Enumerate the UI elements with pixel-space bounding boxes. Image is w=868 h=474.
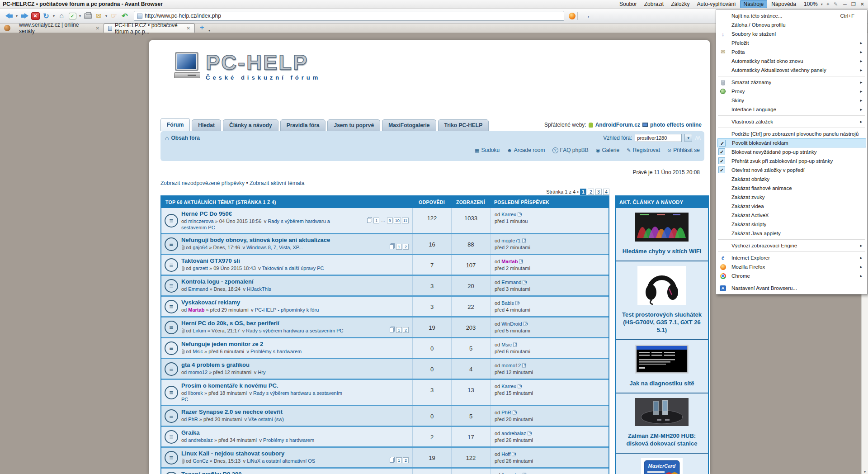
last-post-author-link[interactable]: PhR — [501, 410, 511, 415]
go-button[interactable]: → — [583, 11, 591, 20]
topic-forum-link[interactable]: Problémy s hardwarem — [263, 437, 314, 443]
menu-item-zak-zat-java-applety[interactable]: Zakázat Java applety — [716, 229, 867, 238]
topic-title-link[interactable]: Taktování GTX970 sli — [181, 257, 240, 264]
firefox-engine-icon[interactable] — [569, 13, 576, 19]
last-post-author-link[interactable]: Emmand — [501, 280, 521, 285]
menu-item-z-loha-obnova-profilu[interactable]: Záloha / Obnova profilu — [716, 20, 867, 29]
menu-item-po-ta[interactable]: ✉Pošta► — [716, 47, 867, 57]
topic-title-link[interactable]: Kontrola logu - zpomalení — [181, 278, 254, 285]
last-post-author-link[interactable]: andrebalaz — [501, 431, 526, 436]
topic-author-link[interactable]: GonCz — [193, 458, 208, 464]
new-tab-button[interactable]: ＋ — [198, 23, 205, 32]
topic-page-button[interactable]: 1 — [396, 244, 402, 250]
topic-author-link[interactable]: minczerova — [188, 218, 213, 224]
note-icon[interactable]: ✎ — [832, 1, 840, 7]
topic-forum-link[interactable]: Windows 8, 7, Vista, XP... — [246, 245, 303, 250]
menu-soubor[interactable]: Soubor — [616, 0, 640, 8]
menu-item-zak-zat-zvuky[interactable]: Zakázat zvuky — [716, 193, 867, 202]
back-button[interactable] — [5, 11, 14, 21]
menu-item-internet-explorer[interactable]: eInternet Explorer► — [716, 253, 867, 262]
topic-page-button[interactable]: 1 — [373, 218, 379, 223]
address-bar[interactable]: http://www.pc-help.cz/index.php — [134, 11, 564, 21]
menu-item-mozilla-firefox[interactable]: Mozilla Firefox► — [716, 262, 867, 271]
pc-help-logo[interactable]: PC-HELP České diskuzní fórum — [174, 52, 321, 82]
board-index-link[interactable]: ⌂ Obsah fóra — [165, 134, 200, 142]
menu-item-interface-language[interactable]: Interface Language► — [716, 105, 867, 114]
menu-item-naj-t-na-t-to-str-nce[interactable]: Najít na této stránce...Ctrl+F — [716, 11, 867, 20]
wifi-spectrum-image[interactable] — [635, 213, 689, 243]
menu-item-zak-zat-activex[interactable]: Zakázat ActiveX — [716, 211, 867, 220]
topic-title-link[interactable]: Graika — [181, 429, 199, 436]
topic-forum-link[interactable]: LiNuX a ostatní alternativní OS — [247, 458, 315, 464]
topic-forum-link[interactable]: Rady s výběrem hardwaru a sestavením PC — [181, 390, 342, 402]
topic-forum-link[interactable]: HiJackThis — [247, 286, 271, 292]
topic-author-link[interactable]: Emmand — [188, 286, 208, 292]
quicklink-arcade-room[interactable]: ☻Arcade room — [507, 147, 545, 153]
topic-title-link[interactable]: gta 4 problem s grafikou — [181, 361, 250, 368]
adblock-button[interactable]: ✓ — [68, 11, 77, 21]
menu-item-smazat-z-znamy[interactable]: Smazat záznamy► — [716, 78, 867, 87]
last-post-author-link[interactable]: WinDroid — [501, 321, 522, 327]
minimize-button[interactable]: ─ — [843, 1, 847, 7]
zoom-caret-icon[interactable]: ▾ — [820, 2, 824, 6]
quicklink-sudoku[interactable]: ▦Sudoku — [475, 147, 500, 153]
article-card[interactable]: Hledáme chyby v sítích WiFi — [616, 208, 708, 261]
menu-n-pov-da[interactable]: Nápověda — [768, 0, 799, 8]
last-post-author-link[interactable]: mople71 — [501, 238, 520, 243]
quicklink-p-ihl-sit-se[interactable]: ⊙Přihlásit se — [667, 147, 700, 153]
view-link-zobrazit-nezodpov-zen-p-sp-vky[interactable]: Zobrazit nezodpovězené příspěvky — [160, 180, 245, 186]
dropdown-caret-icon[interactable]: ▾ — [78, 14, 82, 18]
menu-z-lo-ky[interactable]: Záložky — [668, 0, 693, 8]
topic-page-button[interactable]: 2 — [403, 244, 409, 250]
hdd-dock-image[interactable] — [635, 398, 689, 428]
menu-item-zak-zat-flashov-animace[interactable]: Zakázat flashové animace — [716, 184, 867, 193]
page-button-2[interactable]: 2 — [588, 189, 594, 195]
tab-close-icon[interactable]: ✕ — [187, 26, 190, 31]
last-post-author-link[interactable]: Msic — [501, 342, 512, 347]
view-link-zobrazit-aktivn-t-mata[interactable]: Zobrazit aktivní témata — [250, 180, 304, 186]
article-caption[interactable]: Test prostorových sluchátek (HS-G700V, G… — [618, 311, 706, 334]
home-button[interactable]: ⌂ — [57, 11, 66, 21]
menu-item-skiny[interactable]: Skiny► — [716, 96, 867, 105]
menu-item-automaticky-na-st-okno-znovu[interactable]: Automaticky načíst okno znovu► — [716, 57, 867, 66]
menu-item-zak-zat-obr-zky[interactable]: Zakázat obrázky — [716, 175, 867, 184]
page-button-4[interactable]: 4 — [603, 189, 609, 195]
stop-button[interactable]: ✕ — [31, 11, 40, 21]
article-card[interactable]: MasterCardPlatíme on-line platební — [616, 454, 708, 474]
menu-item-zak-zat-videa[interactable]: Zakázat videa — [716, 202, 867, 211]
last-post-author-link[interactable]: Karrex — [501, 212, 516, 217]
tab-pravidla-f-ra[interactable]: Pravidla fóra — [280, 119, 326, 131]
undo-button[interactable]: ↶ — [120, 11, 129, 21]
topic-author-link[interactable]: andrebalaz — [188, 437, 212, 443]
style-select-caret-icon[interactable]: ▼ — [684, 134, 692, 142]
topic-forum-link[interactable]: Rady s výběrem hardwaru a sestavením PC — [246, 328, 343, 333]
tab-close-icon[interactable]: ✕ — [96, 26, 99, 31]
tab-f-rum[interactable]: Fórum — [160, 118, 190, 131]
forward-button[interactable] — [20, 11, 29, 21]
topic-page-button[interactable]: 9 — [387, 218, 393, 223]
tab-triko-pc-help[interactable]: Triko PC-HELP — [438, 119, 489, 131]
topic-title-link[interactable]: Nefunguje jeden monitor ze 2 — [181, 341, 263, 347]
quicklink-faq-phpbb[interactable]: ?FAQ phpBB — [552, 147, 589, 153]
mastercard-image[interactable]: MasterCard — [641, 458, 683, 474]
article-caption[interactable]: Zalman ZM-MH200 HUB: disková dokovací st… — [618, 432, 706, 447]
topic-author-link[interactable]: liborek — [188, 390, 203, 396]
menu-item-vlastnosti-z-lo-ek[interactable]: Vlastnosti záložek► — [716, 117, 867, 126]
menu-item-p-ehr-t-zvuk-p-i-zablokov-n-pop-up-str-n[interactable]: ✓Přehrát zvuk při zablokování pop-up str… — [716, 156, 867, 166]
topic-title-link[interactable]: Nefungují body obnovy, stínová kopie ani… — [181, 237, 330, 243]
topic-page-button[interactable]: 10 — [394, 218, 401, 223]
new-tab-caret-icon[interactable]: ▾ — [207, 28, 212, 33]
last-post-author-link[interactable]: Karrex — [501, 384, 516, 389]
friend-link-androidforum-cz[interactable]: AndroidForum.cz — [595, 122, 640, 128]
gesture-button[interactable]: ☞ — [109, 11, 118, 21]
dropdown-caret-icon[interactable]: ▾ — [14, 14, 19, 18]
topic-page-button[interactable]: 2 — [403, 327, 409, 333]
page-button-1[interactable]: 1 — [580, 189, 586, 195]
headphones-image[interactable] — [637, 266, 686, 307]
print-button[interactable] — [83, 11, 92, 21]
last-post-author-link[interactable]: Martab — [501, 259, 518, 264]
menu-item-zak-zat-skripty[interactable]: Zakázat skripty — [716, 220, 867, 229]
restore-button[interactable]: ❐ — [851, 1, 856, 7]
menu-item-v-choz-zobrazovac-engine[interactable]: Výchozí zobrazovací Engine► — [716, 241, 867, 250]
mail-button[interactable]: ✉ — [94, 11, 103, 21]
